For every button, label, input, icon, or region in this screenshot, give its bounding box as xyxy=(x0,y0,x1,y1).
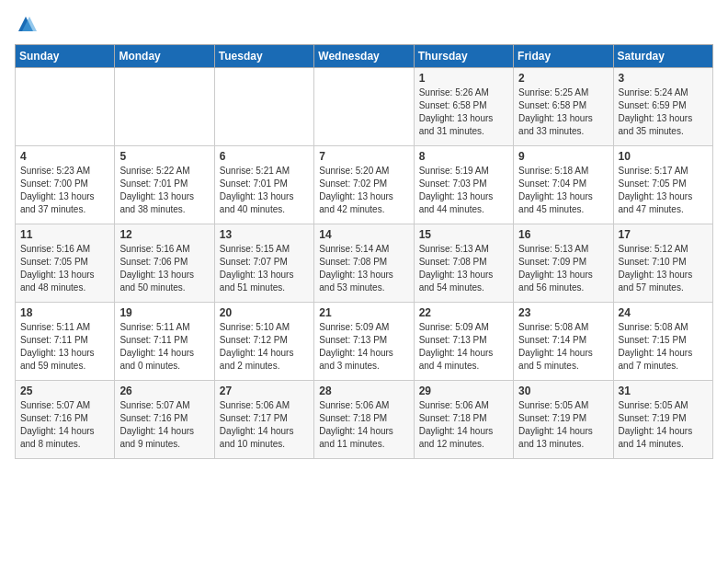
calendar-cell: 25Sunrise: 5:07 AM Sunset: 7:16 PM Dayli… xyxy=(16,381,115,459)
calendar-cell: 29Sunrise: 5:06 AM Sunset: 7:18 PM Dayli… xyxy=(414,381,513,459)
day-info: Sunrise: 5:14 AM Sunset: 7:08 PM Dayligh… xyxy=(319,243,408,294)
calendar-cell: 24Sunrise: 5:08 AM Sunset: 7:15 PM Dayli… xyxy=(613,303,712,381)
day-info: Sunrise: 5:17 AM Sunset: 7:05 PM Dayligh… xyxy=(619,165,708,216)
header-tuesday: Tuesday xyxy=(214,45,313,68)
day-info: Sunrise: 5:15 AM Sunset: 7:07 PM Dayligh… xyxy=(220,243,309,294)
calendar-cell: 4Sunrise: 5:23 AM Sunset: 7:00 PM Daylig… xyxy=(16,146,115,224)
day-info: Sunrise: 5:10 AM Sunset: 7:12 PM Dayligh… xyxy=(220,321,309,373)
day-number: 21 xyxy=(319,306,408,319)
day-info: Sunrise: 5:07 AM Sunset: 7:16 PM Dayligh… xyxy=(119,399,209,451)
calendar-cell: 21Sunrise: 5:09 AM Sunset: 7:13 PM Dayli… xyxy=(314,303,414,381)
calendar-cell: 15Sunrise: 5:13 AM Sunset: 7:08 PM Dayli… xyxy=(414,224,513,303)
day-number: 4 xyxy=(20,150,109,163)
day-number: 31 xyxy=(619,385,708,397)
day-number: 29 xyxy=(419,385,508,397)
day-info: Sunrise: 5:23 AM Sunset: 7:00 PM Dayligh… xyxy=(20,165,109,216)
day-number: 25 xyxy=(20,385,109,397)
calendar-cell: 5Sunrise: 5:22 AM Sunset: 7:01 PM Daylig… xyxy=(115,146,214,224)
day-number: 2 xyxy=(518,72,608,85)
calendar-cell: 10Sunrise: 5:17 AM Sunset: 7:05 PM Dayli… xyxy=(613,146,712,224)
calendar-cell: 11Sunrise: 5:16 AM Sunset: 7:05 PM Dayli… xyxy=(16,224,115,303)
calendar-cell: 7Sunrise: 5:20 AM Sunset: 7:02 PM Daylig… xyxy=(314,146,414,224)
day-number: 13 xyxy=(220,228,309,241)
day-info: Sunrise: 5:06 AM Sunset: 7:18 PM Dayligh… xyxy=(419,399,508,451)
calendar-cell xyxy=(214,68,313,146)
day-info: Sunrise: 5:09 AM Sunset: 7:13 PM Dayligh… xyxy=(319,321,408,373)
day-number: 5 xyxy=(119,150,209,163)
header-monday: Monday xyxy=(115,45,214,68)
day-number: 1 xyxy=(419,72,508,85)
day-number: 27 xyxy=(220,385,309,397)
day-info: Sunrise: 5:16 AM Sunset: 7:06 PM Dayligh… xyxy=(119,243,209,294)
day-info: Sunrise: 5:06 AM Sunset: 7:17 PM Dayligh… xyxy=(220,399,309,451)
calendar-cell: 12Sunrise: 5:16 AM Sunset: 7:06 PM Dayli… xyxy=(115,224,214,303)
calendar-week-row: 4Sunrise: 5:23 AM Sunset: 7:00 PM Daylig… xyxy=(16,146,713,224)
day-number: 30 xyxy=(518,385,608,397)
calendar-cell: 22Sunrise: 5:09 AM Sunset: 7:13 PM Dayli… xyxy=(414,303,513,381)
day-info: Sunrise: 5:08 AM Sunset: 7:15 PM Dayligh… xyxy=(619,321,708,373)
day-info: Sunrise: 5:13 AM Sunset: 7:09 PM Dayligh… xyxy=(518,243,608,294)
logo-icon xyxy=(15,15,37,37)
day-info: Sunrise: 5:06 AM Sunset: 7:18 PM Dayligh… xyxy=(319,399,408,451)
day-number: 10 xyxy=(619,150,708,163)
calendar-cell: 16Sunrise: 5:13 AM Sunset: 7:09 PM Dayli… xyxy=(514,224,613,303)
calendar-cell: 13Sunrise: 5:15 AM Sunset: 7:07 PM Dayli… xyxy=(214,224,313,303)
day-info: Sunrise: 5:19 AM Sunset: 7:03 PM Dayligh… xyxy=(419,165,508,216)
day-number: 12 xyxy=(119,228,209,241)
calendar-cell: 31Sunrise: 5:05 AM Sunset: 7:19 PM Dayli… xyxy=(613,381,712,459)
day-info: Sunrise: 5:22 AM Sunset: 7:01 PM Dayligh… xyxy=(119,165,209,216)
calendar-week-row: 18Sunrise: 5:11 AM Sunset: 7:11 PM Dayli… xyxy=(16,303,713,381)
calendar-week-row: 1Sunrise: 5:26 AM Sunset: 6:58 PM Daylig… xyxy=(16,68,713,146)
header-friday: Friday xyxy=(514,45,613,68)
day-info: Sunrise: 5:21 AM Sunset: 7:01 PM Dayligh… xyxy=(220,165,309,216)
calendar-cell: 3Sunrise: 5:24 AM Sunset: 6:59 PM Daylig… xyxy=(613,68,712,146)
calendar-week-row: 11Sunrise: 5:16 AM Sunset: 7:05 PM Dayli… xyxy=(16,224,713,303)
day-number: 26 xyxy=(119,385,209,397)
calendar-cell: 8Sunrise: 5:19 AM Sunset: 7:03 PM Daylig… xyxy=(414,146,513,224)
day-number: 8 xyxy=(419,150,508,163)
day-info: Sunrise: 5:05 AM Sunset: 7:19 PM Dayligh… xyxy=(619,399,708,451)
day-info: Sunrise: 5:11 AM Sunset: 7:11 PM Dayligh… xyxy=(20,321,109,373)
day-number: 9 xyxy=(518,150,608,163)
calendar-cell: 9Sunrise: 5:18 AM Sunset: 7:04 PM Daylig… xyxy=(514,146,613,224)
day-info: Sunrise: 5:11 AM Sunset: 7:11 PM Dayligh… xyxy=(119,321,209,373)
calendar-cell: 14Sunrise: 5:14 AM Sunset: 7:08 PM Dayli… xyxy=(314,224,414,303)
day-info: Sunrise: 5:08 AM Sunset: 7:14 PM Dayligh… xyxy=(518,321,608,373)
day-number: 7 xyxy=(319,150,408,163)
day-info: Sunrise: 5:07 AM Sunset: 7:16 PM Dayligh… xyxy=(20,399,109,451)
day-info: Sunrise: 5:12 AM Sunset: 7:10 PM Dayligh… xyxy=(619,243,708,294)
day-info: Sunrise: 5:20 AM Sunset: 7:02 PM Dayligh… xyxy=(319,165,408,216)
calendar-table: SundayMondayTuesdayWednesdayThursdayFrid… xyxy=(15,44,713,459)
day-number: 18 xyxy=(20,306,109,319)
day-info: Sunrise: 5:16 AM Sunset: 7:05 PM Dayligh… xyxy=(20,243,109,294)
page-header xyxy=(15,15,713,37)
calendar-cell: 27Sunrise: 5:06 AM Sunset: 7:17 PM Dayli… xyxy=(214,381,313,459)
day-number: 14 xyxy=(319,228,408,241)
calendar-week-row: 25Sunrise: 5:07 AM Sunset: 7:16 PM Dayli… xyxy=(16,381,713,459)
day-number: 17 xyxy=(619,228,708,241)
day-number: 20 xyxy=(220,306,309,319)
calendar-cell xyxy=(16,68,115,146)
day-number: 28 xyxy=(319,385,408,397)
day-number: 6 xyxy=(220,150,309,163)
day-info: Sunrise: 5:26 AM Sunset: 6:58 PM Dayligh… xyxy=(419,86,508,138)
day-info: Sunrise: 5:25 AM Sunset: 6:58 PM Dayligh… xyxy=(518,86,608,138)
calendar-header-row: SundayMondayTuesdayWednesdayThursdayFrid… xyxy=(16,45,713,68)
day-number: 15 xyxy=(419,228,508,241)
calendar-cell xyxy=(314,68,414,146)
day-number: 24 xyxy=(619,306,708,319)
day-info: Sunrise: 5:13 AM Sunset: 7:08 PM Dayligh… xyxy=(419,243,508,294)
calendar-cell: 30Sunrise: 5:05 AM Sunset: 7:19 PM Dayli… xyxy=(514,381,613,459)
day-number: 16 xyxy=(518,228,608,241)
header-sunday: Sunday xyxy=(16,45,115,68)
day-number: 19 xyxy=(119,306,209,319)
header-saturday: Saturday xyxy=(613,45,712,68)
calendar-cell xyxy=(115,68,214,146)
calendar-cell: 17Sunrise: 5:12 AM Sunset: 7:10 PM Dayli… xyxy=(613,224,712,303)
day-number: 3 xyxy=(619,72,708,85)
day-info: Sunrise: 5:18 AM Sunset: 7:04 PM Dayligh… xyxy=(518,165,608,216)
day-number: 11 xyxy=(20,228,109,241)
header-thursday: Thursday xyxy=(414,45,513,68)
calendar-cell: 26Sunrise: 5:07 AM Sunset: 7:16 PM Dayli… xyxy=(115,381,214,459)
logo xyxy=(15,15,40,37)
